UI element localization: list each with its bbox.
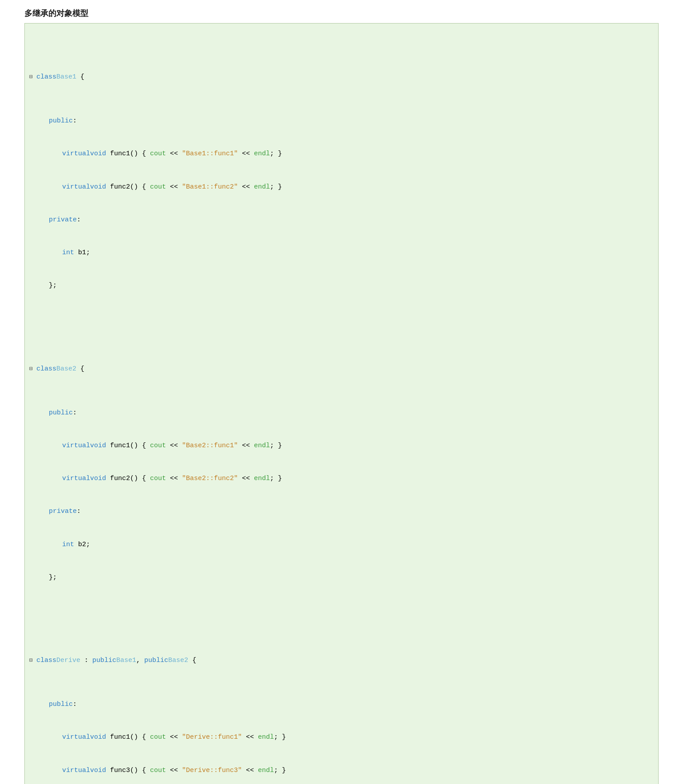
base2-private: private: [29, 506, 650, 517]
fold-icon-base1[interactable]: ⊟ [29, 72, 36, 82]
class-base1-header: ⊟class Base1 { [29, 72, 650, 94]
base1-member: int b1; [29, 248, 650, 259]
base2-func2: virtual void func2() { cout << "Base2::f… [29, 473, 650, 485]
derive-func3: virtual void func3() { cout << "Derive::… [29, 765, 650, 776]
fold-icon-derive[interactable]: ⊟ [29, 656, 36, 665]
base2-func1: virtual void func1() { cout << "Base2::f… [29, 441, 650, 452]
base2-public: public: [29, 408, 650, 419]
class-derive-header: ⊟class Derive : public Base1, public Bas… [29, 655, 650, 678]
base2-member: int b2; [29, 540, 650, 551]
base1-func2: virtual void func2() { cout << "Base1::f… [29, 182, 650, 193]
page-title: 多继承的对象模型 [0, 0, 683, 23]
base1-close: }; [29, 280, 650, 292]
base1-private: private: [29, 215, 650, 226]
code-top-section: ⊟class Base1 { public: virtual void func… [24, 23, 659, 784]
base1-func1: virtual void func1() { cout << "Base1::f… [29, 149, 650, 160]
base1-public: public: [29, 116, 650, 127]
derive-func1: virtual void func1() { cout << "Derive::… [29, 732, 650, 743]
class-base2-header: ⊟class Base2 { [29, 364, 650, 386]
base2-close: }; [29, 572, 650, 583]
derive-public: public: [29, 699, 650, 710]
fold-icon-base2[interactable]: ⊟ [29, 364, 36, 374]
